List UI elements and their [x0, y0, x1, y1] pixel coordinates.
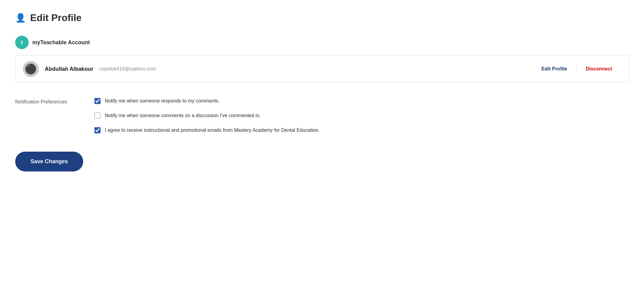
person-icon: 👤 — [15, 13, 26, 23]
profile-name: Abdullah Albakour — [45, 66, 93, 72]
profile-card: ⚫ Abdullah Albakour copofok416@zaelmo.co… — [15, 55, 629, 83]
agree-emails-label: I agree to receive instructional and pro… — [105, 128, 320, 133]
account-badge: t myTeachable Account — [15, 36, 629, 49]
notify-discussion-checkbox[interactable] — [94, 113, 101, 119]
page-title: Edit Profile — [30, 12, 82, 23]
avatar-icon: ⚫ — [25, 63, 37, 75]
agree-emails-checkbox[interactable] — [94, 127, 101, 133]
account-name: myTeachable Account — [32, 39, 90, 46]
notify-discussion-label: Notify me when someone comments on a dis… — [105, 113, 261, 118]
notification-option-3: I agree to receive instructional and pro… — [94, 127, 320, 133]
account-logo: t — [15, 36, 29, 49]
save-changes-button[interactable]: Save Changes — [15, 152, 83, 171]
profile-actions: Edit Profile Disconnect — [532, 66, 621, 72]
profile-email: copofok416@zaelmo.com — [99, 66, 156, 72]
notification-option-2: Notify me when someone comments on a dis… — [94, 113, 320, 119]
notify-comments-checkbox[interactable] — [94, 98, 101, 104]
notification-label: Notification Preferences — [15, 98, 76, 133]
account-section: t myTeachable Account ⚫ Abdullah Albakou… — [15, 36, 629, 83]
profile-info: Abdullah Albakour copofok416@zaelmo.com — [45, 66, 526, 72]
account-logo-letter: t — [21, 39, 23, 46]
notify-comments-label: Notify me when someone responds to my co… — [105, 98, 220, 104]
notification-option-1: Notify me when someone responds to my co… — [94, 98, 320, 104]
notification-options: Notify me when someone responds to my co… — [94, 98, 320, 133]
notification-section: Notification Preferences Notify me when … — [15, 98, 629, 133]
page-header: 👤 Edit Profile — [15, 12, 629, 23]
disconnect-link[interactable]: Disconnect — [577, 66, 621, 72]
edit-profile-link[interactable]: Edit Profile — [532, 66, 576, 72]
avatar: ⚫ — [23, 61, 39, 77]
